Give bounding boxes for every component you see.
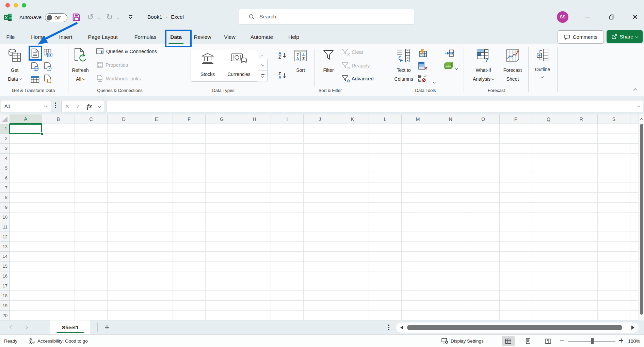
sort-ascending-icon[interactable]: AZ↓ <box>278 52 287 59</box>
column-header-L[interactable]: L <box>369 114 402 124</box>
row-header-8[interactable]: 8 <box>0 193 10 203</box>
search-bar[interactable] <box>239 9 414 25</box>
existing-connections-icon[interactable] <box>44 75 52 84</box>
column-header-B[interactable]: B <box>42 114 75 124</box>
scroll-up-icon[interactable] <box>640 118 643 121</box>
data-validation-dropdown-icon[interactable] <box>433 81 436 83</box>
column-header-I[interactable]: I <box>271 114 304 124</box>
row-header-19[interactable]: 19 <box>0 301 10 311</box>
fill-handle[interactable] <box>41 132 44 136</box>
outline-icon[interactable] <box>536 48 549 62</box>
row-header-4[interactable]: 4 <box>0 154 10 163</box>
formula-input-box[interactable] <box>106 100 643 112</box>
column-header-R[interactable]: R <box>565 114 598 124</box>
expand-formula-bar-icon[interactable] <box>637 105 640 107</box>
row-header-16[interactable]: 16 <box>0 271 10 281</box>
minimize-button[interactable] <box>584 17 590 17</box>
row-header-5[interactable]: 5 <box>0 163 10 173</box>
tab-page-layout[interactable]: Page Layout <box>86 33 119 42</box>
column-header-C[interactable]: C <box>75 114 108 124</box>
tab-help[interactable]: Help <box>286 33 301 42</box>
column-header-O[interactable]: O <box>467 114 500 124</box>
what-if-label-2[interactable]: Analysis <box>473 76 494 82</box>
row-header-13[interactable]: 13 <box>0 242 10 252</box>
row-header-17[interactable]: 17 <box>0 281 10 291</box>
scroll-right-icon[interactable] <box>631 326 634 330</box>
refresh-all-label-2[interactable]: All <box>76 76 85 82</box>
column-header-K[interactable]: K <box>336 114 369 124</box>
stocks-icon[interactable] <box>200 53 215 64</box>
row-header-20[interactable]: 20 <box>0 311 10 320</box>
next-sheet-icon[interactable] <box>24 325 28 329</box>
row-header-18[interactable]: 18 <box>0 291 10 301</box>
outline-label[interactable]: Outline <box>535 67 550 72</box>
collapse-ribbon-icon[interactable] <box>633 88 637 92</box>
tab-review[interactable]: Review <box>192 33 213 42</box>
column-header-F[interactable]: F <box>173 114 206 124</box>
filter-label[interactable]: Filter <box>323 67 334 73</box>
horizontal-scroll-thumb[interactable] <box>407 325 622 330</box>
search-input[interactable] <box>259 13 403 20</box>
tab-automate[interactable]: Automate <box>248 33 275 42</box>
outline-dropdown-icon[interactable] <box>541 75 544 78</box>
view-normal-button[interactable] <box>505 335 511 347</box>
column-header-N[interactable]: N <box>434 114 467 124</box>
scroll-left-icon[interactable] <box>400 326 403 330</box>
select-all-corner[interactable] <box>0 114 10 124</box>
sort-icon[interactable]: Z A A Z <box>294 49 307 62</box>
consolidate-icon[interactable] <box>445 49 454 57</box>
function-dropdown-icon[interactable] <box>98 105 101 108</box>
sort-descending-icon[interactable]: ZA↓ <box>278 72 287 80</box>
formula-bar-drag-handle[interactable] <box>55 102 56 108</box>
forecast-sheet-label-2[interactable]: Sheet <box>506 76 519 82</box>
zoom-out-button[interactable] <box>560 341 564 341</box>
gallery-more-button[interactable] <box>258 70 268 81</box>
row-header-6[interactable]: 6 <box>0 173 10 183</box>
recent-sources-icon[interactable] <box>44 62 52 72</box>
accessibility-status[interactable]: Accessibility: Good to go <box>29 335 88 347</box>
insert-function-icon[interactable]: fx <box>87 103 92 110</box>
row-header-11[interactable]: 11 <box>0 222 10 232</box>
stocks-label[interactable]: Stocks <box>200 72 215 77</box>
column-header-J[interactable]: J <box>304 114 336 124</box>
add-sheet-button[interactable]: + <box>104 323 110 331</box>
column-header-H[interactable]: H <box>238 114 271 124</box>
row-header-2[interactable]: 2 <box>0 134 10 144</box>
view-page-layout-button[interactable] <box>525 335 531 347</box>
currencies-icon[interactable] <box>231 53 247 64</box>
zoom-in-button[interactable] <box>619 338 624 343</box>
gallery-scroll-up-icon[interactable] <box>261 52 263 59</box>
row-header-9[interactable]: 9 <box>0 203 10 212</box>
tab-bar-menu-icon[interactable] <box>388 325 389 330</box>
column-header-M[interactable]: M <box>402 114 434 124</box>
sort-label[interactable]: Sort <box>296 67 305 73</box>
zoom-slider-thumb[interactable] <box>591 338 594 344</box>
restore-button[interactable] <box>609 14 614 20</box>
queries-connections-button[interactable]: Queries & Connections <box>96 48 157 54</box>
prev-sheet-icon[interactable] <box>10 325 13 329</box>
share-button[interactable]: Share <box>607 30 643 43</box>
comments-button[interactable]: Comments <box>558 30 604 44</box>
remove-duplicates-icon[interactable]: ✕ <box>418 62 428 71</box>
customize-quick-access-icon[interactable] <box>128 15 133 19</box>
forecast-sheet-icon[interactable] <box>505 49 520 62</box>
vertical-scrollbar[interactable] <box>639 114 644 320</box>
column-header-A[interactable]: A <box>10 114 42 124</box>
from-table-range-icon[interactable] <box>31 75 39 83</box>
horizontal-scrollbar[interactable] <box>396 322 639 333</box>
mac-close-light[interactable] <box>5 3 10 7</box>
column-header-S[interactable]: S <box>598 114 630 124</box>
row-header-15[interactable]: 15 <box>0 262 10 271</box>
column-header-Q[interactable]: Q <box>532 114 565 124</box>
column-header-E[interactable]: E <box>140 114 173 124</box>
row-header-14[interactable]: 14 <box>0 252 10 262</box>
column-header-partial[interactable] <box>630 114 639 124</box>
confirm-entry-icon[interactable]: ✓ <box>76 103 80 110</box>
name-box[interactable]: A1 <box>1 100 51 112</box>
row-header-12[interactable]: 12 <box>0 232 10 242</box>
get-data-label-2[interactable]: Data <box>8 76 21 82</box>
from-web-icon[interactable] <box>31 62 39 72</box>
mac-zoom-light[interactable] <box>22 3 26 7</box>
what-if-label-1[interactable]: What-If <box>476 67 491 73</box>
row-header-3[interactable]: 3 <box>0 144 10 154</box>
